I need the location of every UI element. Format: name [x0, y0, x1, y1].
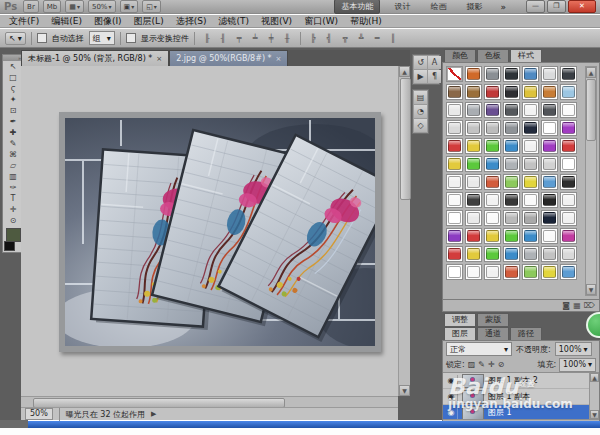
layers-scrollbar[interactable]: ▲ ▼ — [589, 373, 599, 419]
style-swatch-r11c5[interactable] — [522, 246, 539, 262]
style-swatch-r5c2[interactable] — [465, 138, 482, 154]
distribute-icon-2[interactable]: ╣ — [322, 31, 337, 46]
tab-2-jpg[interactable]: 2.jpg @ 50%(RGB/8#) * × — [169, 50, 288, 66]
status-play-icon[interactable]: ▶ — [151, 410, 156, 418]
style-swatch-r9c1[interactable] — [446, 210, 463, 226]
style-swatch-r10c5[interactable] — [522, 228, 539, 244]
style-swatch-r3c6[interactable] — [541, 102, 558, 118]
style-swatch-r4c6[interactable] — [541, 120, 558, 136]
workspace-button-2[interactable]: 设计 — [388, 0, 416, 13]
show-transform-checkbox[interactable] — [126, 33, 136, 43]
character-panel-icon[interactable]: A — [428, 56, 441, 69]
style-swatch-r6c4[interactable] — [503, 156, 520, 172]
layer-row-3[interactable]: ◉图层 1 — [443, 405, 599, 420]
style-swatch-r7c5[interactable] — [522, 174, 539, 190]
auto-select-checkbox[interactable] — [37, 33, 47, 43]
gradient-tool[interactable]: ▥ — [3, 171, 23, 182]
style-swatch-r9c5[interactable] — [522, 210, 539, 226]
menu-item-9[interactable]: 帮助(H) — [345, 15, 387, 28]
eraser-tool[interactable]: ▱ — [3, 160, 23, 171]
style-swatch-r11c4[interactable] — [503, 246, 520, 262]
style-swatch-r9c4[interactable] — [503, 210, 520, 226]
style-swatch-r1c1[interactable] — [446, 66, 463, 82]
scroll-down-icon[interactable]: ▼ — [586, 284, 596, 295]
menu-item-7[interactable]: 视图(V) — [256, 15, 297, 28]
bridge-launch-icon[interactable]: Br — [23, 0, 39, 13]
canvas-area[interactable] — [21, 66, 398, 396]
style-swatch-r7c3[interactable] — [484, 174, 501, 190]
opacity-field[interactable]: 100% ▾ — [555, 342, 592, 356]
screen-mode-icon[interactable]: ◱▾ — [142, 0, 161, 13]
scroll-up-icon[interactable]: ▲ — [590, 373, 599, 382]
distribute-icon-3[interactable]: ╦ — [338, 31, 353, 46]
style-swatch-r4c3[interactable] — [484, 120, 501, 136]
style-swatch-r1c7[interactable] — [560, 66, 577, 82]
menu-item-2[interactable]: 编辑(E) — [46, 15, 87, 28]
auto-select-dropdown[interactable]: 组 ▾ — [89, 31, 115, 45]
style-swatch-r1c6[interactable] — [541, 66, 558, 82]
workspace-button-4[interactable]: 摄影 — [460, 0, 488, 13]
marquee-tool[interactable]: □ — [3, 72, 23, 83]
style-swatch-r5c7[interactable] — [560, 138, 577, 154]
panel-tab-调整[interactable]: 调整 — [444, 313, 476, 326]
style-swatch-r8c7[interactable] — [560, 192, 577, 208]
style-swatch-r7c6[interactable] — [541, 174, 558, 190]
style-swatch-r2c3[interactable] — [484, 84, 501, 100]
style-swatch-r11c2[interactable] — [465, 246, 482, 262]
scrollbar-thumb[interactable] — [586, 79, 596, 141]
style-swatch-r3c5[interactable] — [522, 102, 539, 118]
lock-icon-1[interactable]: ▨ — [468, 360, 476, 369]
blend-mode-dropdown[interactable]: 正常 ▾ — [446, 342, 512, 356]
mini-bridge-icon[interactable]: Mb — [43, 0, 61, 13]
actions-panel-icon[interactable]: ▶ — [414, 70, 427, 83]
eye-icon[interactable]: ◉ — [445, 407, 458, 419]
style-swatch-r12c6[interactable] — [541, 264, 558, 280]
healing-brush-tool[interactable]: ✚ — [3, 127, 23, 138]
panel-tab-蒙版[interactable]: 蒙版 — [477, 313, 509, 326]
style-swatch-r12c2[interactable] — [465, 264, 482, 280]
close-icon[interactable]: × — [156, 55, 162, 63]
style-swatch-r10c7[interactable] — [560, 228, 577, 244]
workspace-button-3[interactable]: 绘画 — [424, 0, 452, 13]
styles-scrollbar[interactable]: ▲ ▼ — [585, 66, 597, 296]
style-swatch-r10c6[interactable] — [541, 228, 558, 244]
styles-footer-icon-2[interactable]: ▦ — [573, 301, 581, 310]
style-swatch-r10c3[interactable] — [484, 228, 501, 244]
fill-field[interactable]: 100% ▾ — [559, 358, 596, 372]
distribute-icon-6[interactable]: ║ — [386, 31, 401, 46]
style-swatch-r3c1[interactable] — [446, 102, 463, 118]
align-icon-2[interactable]: ╢ — [216, 31, 231, 46]
align-icon-3[interactable]: ╤ — [232, 31, 247, 46]
style-swatch-r6c6[interactable] — [541, 156, 558, 172]
menu-item-1[interactable]: 文件(F) — [4, 15, 44, 28]
style-swatch-r6c2[interactable] — [465, 156, 482, 172]
scroll-down-icon[interactable]: ▼ — [399, 385, 410, 396]
vertical-scrollbar[interactable]: ▲ ▼ — [398, 66, 410, 396]
scroll-up-icon[interactable]: ▲ — [586, 67, 596, 78]
close-icon[interactable]: × — [276, 55, 282, 63]
menu-item-5[interactable]: 选择(S) — [171, 15, 212, 28]
style-swatch-r2c6[interactable] — [541, 84, 558, 100]
style-swatch-r5c5[interactable] — [522, 138, 539, 154]
style-swatch-r3c7[interactable] — [560, 102, 577, 118]
horizontal-scrollbar[interactable] — [21, 396, 398, 407]
layer-row-2[interactable]: ◉图层 1 副本 — [443, 389, 599, 405]
menu-item-4[interactable]: 图层(L) — [129, 15, 169, 28]
style-swatch-r7c7[interactable] — [560, 174, 577, 190]
style-swatch-r1c4[interactable] — [503, 66, 520, 82]
style-swatch-r8c5[interactable] — [522, 192, 539, 208]
style-swatch-r3c4[interactable] — [503, 102, 520, 118]
move-tool[interactable]: ↖ — [3, 61, 23, 72]
style-swatch-r5c4[interactable] — [503, 138, 520, 154]
pen-tool[interactable]: ✑ — [3, 182, 23, 193]
crop-tool[interactable]: ⊡ — [3, 105, 23, 116]
minimize-button[interactable]: — — [526, 0, 545, 13]
quick-select-tool[interactable]: ✦ — [3, 94, 23, 105]
style-swatch-r3c2[interactable] — [465, 102, 482, 118]
style-swatch-r4c2[interactable] — [465, 120, 482, 136]
style-swatch-r12c1[interactable] — [446, 264, 463, 280]
menu-item-8[interactable]: 窗口(W) — [299, 15, 343, 28]
lock-icon-3[interactable]: ✛ — [488, 360, 495, 369]
styles-footer-icon-1[interactable]: ◙ — [562, 301, 570, 310]
menu-item-3[interactable]: 图像(I) — [89, 15, 127, 28]
